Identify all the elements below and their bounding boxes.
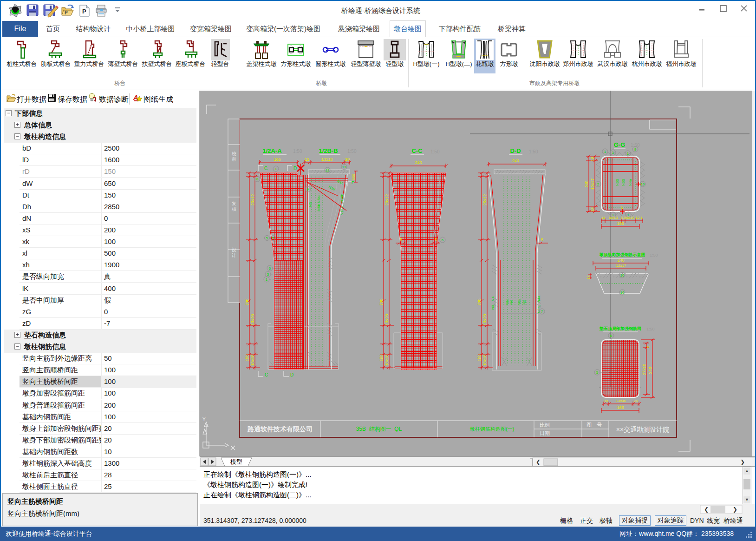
- svg-text:D: D: [290, 372, 293, 377]
- svg-text:5: 5: [541, 238, 543, 242]
- svg-text:1:50: 1:50: [293, 149, 302, 154]
- svg-text:13x40: 13x40: [616, 399, 626, 403]
- svg-text:墩柱钢筋构造图(一): 墩柱钢筋构造图(一): [469, 426, 514, 432]
- svg-text:计: 计: [231, 253, 236, 258]
- svg-text:1:50: 1:50: [646, 327, 655, 331]
- svg-text:1/2A-A: 1/2A-A: [262, 147, 282, 154]
- svg-text:165: 165: [617, 221, 624, 226]
- svg-text:C: C: [265, 372, 268, 377]
- svg-text:❯: ❯: [733, 506, 737, 513]
- svg-text:路通软件技术有限公司: 路通软件技术有限公司: [247, 425, 313, 433]
- svg-text:❮: ❮: [704, 506, 709, 513]
- svg-text:150: 150: [477, 354, 482, 361]
- svg-text:2: 2: [597, 182, 600, 186]
- svg-text:18: 18: [601, 216, 606, 220]
- svg-text:N5: N5: [522, 299, 527, 304]
- svg-text:5: 5: [646, 345, 650, 348]
- svg-text:比例: 比例: [540, 422, 550, 428]
- svg-text:A: A: [133, 93, 138, 101]
- svg-text:8: 8: [256, 177, 259, 181]
- svg-text:165: 165: [274, 157, 280, 162]
- svg-text:P: P: [65, 10, 68, 15]
- svg-text:15: 15: [305, 157, 309, 162]
- svg-text:12x17: 12x17: [590, 178, 595, 190]
- svg-text:5: 5: [400, 238, 402, 242]
- svg-text:P: P: [82, 8, 86, 15]
- svg-text:G-G: G-G: [614, 141, 626, 148]
- svg-text:700: 700: [245, 298, 249, 305]
- svg-text:18: 18: [590, 207, 595, 212]
- svg-text:5: 5: [596, 370, 599, 375]
- svg-text:12: 12: [326, 168, 330, 172]
- svg-text:N6a: N6a: [517, 298, 521, 305]
- svg-text:5.5: 5.5: [620, 216, 626, 220]
- svg-text:N5b N5a: N5b N5a: [317, 196, 321, 211]
- svg-text:1: 1: [275, 167, 277, 171]
- svg-text:6: 6: [269, 266, 271, 270]
- svg-text:3: 3: [267, 272, 269, 277]
- svg-text:日期: 日期: [540, 430, 550, 436]
- svg-text:9: 9: [307, 187, 309, 191]
- svg-text:10x10: 10x10: [482, 355, 487, 366]
- svg-text:Y: Y: [202, 417, 206, 422]
- svg-text:240: 240: [617, 258, 624, 263]
- svg-text:1:50: 1:50: [347, 149, 357, 154]
- svg-text:❮: ❮: [536, 459, 541, 465]
- svg-text:校: 校: [231, 151, 236, 156]
- svg-text:35B_结构图一_QL: 35B_结构图一_QL: [356, 426, 402, 432]
- svg-text:240: 240: [415, 160, 422, 165]
- svg-text:核: 核: [231, 206, 236, 211]
- svg-text:5: 5: [621, 205, 623, 210]
- svg-text:N11: N11: [336, 179, 344, 185]
- svg-text:6: 6: [610, 334, 613, 338]
- svg-text:5: 5: [435, 238, 437, 242]
- svg-text:垫石顶局部加强钢筋网: 垫石顶局部加强钢筋网: [599, 326, 641, 331]
- svg-text:25x12: 25x12: [482, 194, 487, 206]
- svg-text:审: 审: [232, 157, 236, 162]
- svg-text:13: 13: [342, 165, 346, 169]
- svg-text:15: 15: [587, 275, 591, 279]
- svg-text:13x20: 13x20: [385, 314, 389, 326]
- svg-text:F: F: [352, 180, 354, 185]
- svg-text:图 号: 图 号: [587, 422, 602, 428]
- svg-text:20: 20: [345, 157, 350, 162]
- svg-text:700: 700: [477, 298, 482, 305]
- svg-text:1:50: 1:50: [650, 253, 658, 257]
- svg-text:C: C: [264, 166, 267, 171]
- svg-text:20: 20: [634, 399, 638, 403]
- svg-text:复: 复: [232, 201, 236, 206]
- svg-text:❯: ❯: [740, 459, 745, 465]
- svg-text:20x12: 20x12: [385, 194, 389, 206]
- svg-text:N30: N30: [615, 179, 619, 186]
- svg-text:1: 1: [604, 150, 606, 154]
- svg-text:N5: N5: [308, 202, 313, 207]
- svg-text:N3、N4: N3、N4: [491, 296, 495, 310]
- svg-text:700: 700: [379, 298, 384, 305]
- svg-text:C-C: C-C: [411, 147, 423, 154]
- svg-text:10x10: 10x10: [250, 355, 255, 366]
- svg-text:27x10: 27x10: [642, 364, 646, 376]
- svg-text:1: 1: [627, 152, 629, 156]
- svg-text:设: 设: [231, 247, 236, 252]
- svg-text:10: 10: [620, 273, 625, 277]
- svg-text:6x10: 6x10: [626, 216, 634, 220]
- svg-text:1:50: 1:50: [430, 149, 440, 154]
- svg-text:10: 10: [641, 182, 645, 186]
- svg-text:240: 240: [584, 180, 589, 187]
- svg-text:13x20: 13x20: [250, 314, 255, 326]
- svg-text:150: 150: [245, 354, 249, 361]
- svg-text:15: 15: [604, 399, 608, 403]
- svg-text:13x10: 13x10: [321, 157, 333, 162]
- svg-text:××交通勘测设计院: ××交通勘测设计院: [616, 426, 669, 433]
- svg-text:240: 240: [512, 158, 519, 163]
- svg-text:N4a: N4a: [628, 179, 632, 186]
- svg-text:N16a、N16b: N16a、N16b: [340, 193, 344, 215]
- svg-text:165: 165: [617, 405, 624, 410]
- svg-text:18: 18: [590, 157, 595, 161]
- svg-text:12x17: 12x17: [616, 264, 626, 268]
- svg-text:N16: N16: [328, 185, 336, 192]
- svg-text:模型: 模型: [230, 458, 242, 465]
- svg-text:10: 10: [620, 290, 625, 295]
- svg-text:1: 1: [612, 151, 614, 155]
- svg-text:13x20: 13x20: [482, 314, 487, 326]
